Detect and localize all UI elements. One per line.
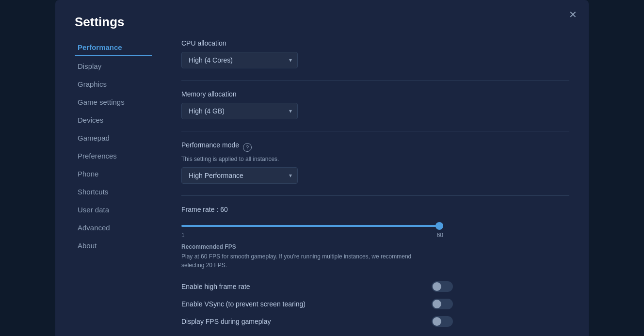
settings-modal: ✕ Settings PerformanceDisplayGraphicsGam… — [55, 0, 589, 336]
content-area: CPU allocation Low (1 Core)Medium (2 Cor… — [162, 39, 569, 336]
slider-min-label: 1 — [181, 232, 185, 239]
modal-body: PerformanceDisplayGraphicsGame settingsD… — [55, 39, 589, 336]
toggle-label-vsync: Enable VSync (to prevent screen tearing) — [181, 300, 306, 308]
performance-mode-select-wrapper: Low PowerBalancedHigh PerformanceUltra ▾ — [181, 167, 298, 184]
cpu-allocation-select-wrapper: Low (1 Core)Medium (2 Cores)High (4 Core… — [181, 52, 298, 68]
memory-allocation-select[interactable]: Low (1 GB)Medium (2 GB)High (4 GB)Very H… — [181, 103, 298, 119]
memory-allocation-select-wrapper: Low (1 GB)Medium (2 GB)High (4 GB)Very H… — [181, 103, 298, 119]
performance-mode-section: Performance mode ? This setting is appli… — [181, 141, 569, 184]
slider-minmax: 1 60 — [181, 232, 443, 239]
toggles-container: Enable high frame rateEnable VSync (to p… — [181, 281, 569, 327]
toggle-row-display-fps: Display FPS during gameplay — [181, 316, 453, 327]
sidebar-item-gamepad[interactable]: Gamepad — [75, 130, 152, 146]
toggle-slider-display-fps — [432, 316, 453, 327]
sidebar-item-graphics[interactable]: Graphics — [75, 76, 152, 92]
frame-rate-section: Frame rate : 60 1 60 Recommended FPS Pla… — [181, 206, 569, 270]
divider-2 — [181, 131, 569, 131]
performance-mode-label: Performance mode — [181, 141, 239, 149]
toggle-high-frame-rate[interactable] — [432, 281, 453, 292]
sidebar-item-phone[interactable]: Phone — [75, 166, 152, 182]
sidebar-item-shortcuts[interactable]: Shortcuts — [75, 184, 152, 200]
sidebar-item-game-settings[interactable]: Game settings — [75, 94, 152, 110]
toggle-row-vsync: Enable VSync (to prevent screen tearing) — [181, 299, 453, 309]
cpu-allocation-label: CPU allocation — [181, 39, 569, 47]
toggle-display-fps[interactable] — [432, 316, 453, 327]
sidebar-item-display[interactable]: Display — [75, 58, 152, 74]
performance-mode-label-row: Performance mode ? — [181, 141, 569, 154]
memory-allocation-label: Memory allocation — [181, 90, 569, 98]
frame-rate-label: Frame rate : 60 — [181, 206, 569, 213]
help-icon[interactable]: ? — [243, 143, 252, 152]
sidebar-item-preferences[interactable]: Preferences — [75, 148, 152, 164]
modal-title: Settings — [55, 0, 589, 39]
toggle-label-display-fps: Display FPS during gameplay — [181, 318, 271, 325]
performance-mode-subtext: This setting is applied to all instances… — [181, 156, 569, 162]
toggle-slider-high-frame-rate — [432, 281, 453, 292]
toggle-slider-vsync — [432, 299, 453, 309]
fps-recommended-text: Play at 60 FPS for smooth gameplay. If y… — [181, 252, 424, 270]
sidebar-item-devices[interactable]: Devices — [75, 112, 152, 128]
cpu-allocation-select[interactable]: Low (1 Core)Medium (2 Cores)High (4 Core… — [181, 52, 298, 68]
divider-3 — [181, 195, 569, 196]
performance-mode-select[interactable]: Low PowerBalancedHigh PerformanceUltra — [181, 167, 298, 184]
toggle-row-high-frame-rate: Enable high frame rate — [181, 281, 453, 292]
cpu-allocation-section: CPU allocation Low (1 Core)Medium (2 Cor… — [181, 39, 569, 68]
divider-1 — [181, 80, 569, 80]
sidebar-item-advanced[interactable]: Advanced — [75, 220, 152, 236]
slider-max-label: 60 — [437, 232, 443, 239]
sidebar: PerformanceDisplayGraphicsGame settingsD… — [75, 39, 162, 336]
sidebar-item-performance[interactable]: Performance — [75, 39, 152, 56]
memory-allocation-section: Memory allocation Low (1 GB)Medium (2 GB… — [181, 90, 569, 119]
frame-rate-slider[interactable] — [181, 225, 443, 227]
toggle-vsync[interactable] — [432, 299, 453, 309]
sidebar-item-user-data[interactable]: User data — [75, 202, 152, 218]
sidebar-item-about[interactable]: About — [75, 238, 152, 254]
toggle-label-high-frame-rate: Enable high frame rate — [181, 283, 250, 290]
close-button[interactable]: ✕ — [567, 8, 579, 21]
fps-recommended-title: Recommended FPS — [181, 243, 569, 250]
